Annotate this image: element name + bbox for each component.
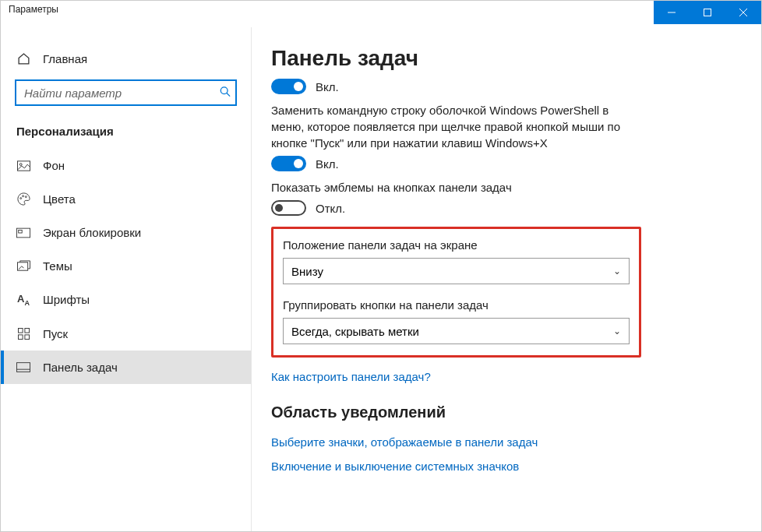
help-link-taskbar[interactable]: Как настроить панели задач? <box>271 370 738 383</box>
svg-point-9 <box>22 196 23 197</box>
group-value: Всегда, скрывать метки <box>291 325 419 338</box>
svg-rect-6 <box>17 160 30 170</box>
sidebar-item-fonts[interactable]: AA Шрифты <box>1 283 251 317</box>
sidebar-item-label: Темы <box>43 259 72 273</box>
toggle-1[interactable] <box>271 79 306 94</box>
toggle-row-2: Вкл. <box>271 156 738 171</box>
sidebar-item-background[interactable]: Фон <box>1 149 251 182</box>
svg-rect-17 <box>24 335 29 340</box>
svg-line-5 <box>227 93 230 96</box>
sidebar-item-lockscreen[interactable]: Экран блокировки <box>1 216 251 249</box>
sidebar-item-label: Панель задач <box>43 361 118 374</box>
window-title: Параметры <box>1 1 66 18</box>
home-icon <box>16 52 30 65</box>
toggle-row-3: Откл. <box>271 200 738 216</box>
main-content: Панель задач Вкл. Заменить командную стр… <box>251 27 761 531</box>
start-icon <box>16 328 30 340</box>
lockscreen-icon <box>16 227 30 238</box>
svg-rect-15 <box>24 328 29 333</box>
badges-desc: Показать эмблемы на кнопках панели задач <box>271 179 630 196</box>
svg-rect-12 <box>19 230 23 233</box>
sidebar: Главная Персонализация Фон Цвета Экран б… <box>1 27 251 531</box>
sidebar-item-label: Цвета <box>43 192 76 206</box>
group-dropdown[interactable]: Всегда, скрывать метки ⌄ <box>283 318 630 344</box>
chevron-down-icon: ⌄ <box>613 266 621 277</box>
svg-rect-16 <box>18 335 23 340</box>
svg-rect-18 <box>16 362 30 372</box>
toggle-row-1: Вкл. <box>271 79 738 94</box>
position-value: Внизу <box>291 265 323 278</box>
svg-point-8 <box>19 198 21 199</box>
sidebar-item-label: Экран блокировки <box>43 226 141 239</box>
sidebar-item-label: Фон <box>43 159 65 172</box>
powershell-desc: Заменить командную строку оболочкой Wind… <box>271 102 630 151</box>
page-title: Панель задач <box>271 46 738 71</box>
group-label: Группировать кнопки на панели задач <box>283 298 630 312</box>
taskbar-icon <box>16 362 30 372</box>
highlighted-section: Положение панели задач на экране Внизу ⌄… <box>271 227 641 358</box>
close-button[interactable] <box>725 1 761 24</box>
search-input[interactable] <box>15 79 237 106</box>
svg-point-10 <box>25 196 26 198</box>
home-label: Главная <box>43 52 87 65</box>
search-icon <box>220 86 231 100</box>
position-label: Положение панели задач на экране <box>283 238 630 252</box>
category-heading: Персонализация <box>1 117 251 149</box>
link-system-icons[interactable]: Включение и выключение системных значков <box>271 460 738 473</box>
maximize-button[interactable] <box>690 1 725 24</box>
toggle-2[interactable] <box>271 156 306 171</box>
titlebar: Параметры <box>1 1 761 27</box>
toggle-2-state: Вкл. <box>316 157 339 171</box>
sidebar-item-label: Шрифты <box>43 293 90 306</box>
sidebar-item-label: Пуск <box>43 327 68 340</box>
themes-icon <box>16 260 30 273</box>
window-controls <box>654 1 761 24</box>
sidebar-item-themes[interactable]: Темы <box>1 249 251 283</box>
sidebar-item-taskbar[interactable]: Панель задач <box>1 351 251 384</box>
picture-icon <box>16 160 30 171</box>
chevron-down-icon: ⌄ <box>613 326 621 336</box>
svg-rect-14 <box>18 328 23 333</box>
toggle-1-state: Вкл. <box>316 80 339 93</box>
sidebar-item-start[interactable]: Пуск <box>1 317 251 351</box>
svg-point-7 <box>19 163 22 165</box>
sidebar-item-colors[interactable]: Цвета <box>1 182 251 216</box>
toggle-3[interactable] <box>271 200 306 216</box>
minimize-button[interactable] <box>654 1 690 24</box>
palette-icon <box>16 192 30 206</box>
notification-area-heading: Область уведомлений <box>271 403 738 421</box>
svg-rect-1 <box>704 9 711 16</box>
position-dropdown[interactable]: Внизу ⌄ <box>283 258 630 284</box>
home-link[interactable]: Главная <box>1 43 251 75</box>
link-select-icons[interactable]: Выберите значки, отображаемые в панели з… <box>271 435 738 449</box>
toggle-3-state: Откл. <box>316 202 345 215</box>
search-container <box>15 79 237 106</box>
fonts-icon: AA <box>16 293 30 307</box>
